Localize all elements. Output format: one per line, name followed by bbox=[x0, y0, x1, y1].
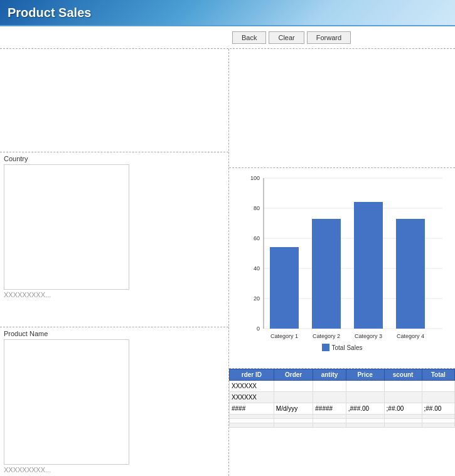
table-row: XXXXXX bbox=[230, 392, 455, 403]
svg-text:Category 2: Category 2 bbox=[313, 333, 340, 339]
table-cell bbox=[346, 423, 384, 428]
bar-chart: 0 20 40 60 80 100 Category 1 bbox=[238, 172, 446, 341]
table-cell: M/d/yyy bbox=[274, 403, 313, 415]
table-cell: ##### bbox=[313, 403, 346, 415]
svg-text:80: 80 bbox=[254, 205, 260, 211]
col-order-id: rder ID bbox=[230, 369, 274, 381]
country-listbox[interactable] bbox=[4, 164, 129, 290]
table-cell bbox=[313, 381, 346, 392]
table-row bbox=[230, 415, 455, 419]
table-cell: ,###.00 bbox=[346, 403, 384, 415]
svg-text:Category 1: Category 1 bbox=[270, 333, 298, 339]
chart-area: 0 20 40 60 80 100 Category 1 bbox=[229, 168, 455, 369]
table-cell bbox=[274, 381, 313, 392]
chart-wrapper: 0 20 40 60 80 100 Category 1 bbox=[232, 172, 452, 351]
nav-bar: Back Clear Forward bbox=[0, 26, 455, 49]
svg-text:40: 40 bbox=[254, 265, 260, 272]
product-listbox[interactable] bbox=[4, 339, 129, 465]
table-cell bbox=[230, 423, 274, 428]
right-top-area bbox=[229, 49, 455, 168]
legend-label: Total Sales bbox=[332, 344, 363, 351]
left-top-area bbox=[0, 49, 228, 152]
table-row: XXXXXX bbox=[230, 381, 455, 392]
sales-table: rder ID Order antity Price scount Total … bbox=[229, 369, 455, 428]
page-title: Product Sales bbox=[8, 6, 91, 20]
table-container[interactable]: rder ID Order antity Price scount Total … bbox=[229, 369, 455, 476]
country-placeholder: XXXXXXXXX... bbox=[4, 291, 225, 299]
table-row bbox=[230, 419, 455, 423]
table-cell bbox=[422, 419, 454, 423]
table-cell bbox=[346, 381, 384, 392]
svg-text:Category 3: Category 3 bbox=[355, 333, 382, 339]
main-layout: Country XXXXXXXXX... Product Name XXXXXX… bbox=[0, 49, 455, 476]
table-cell bbox=[422, 381, 454, 392]
col-price: Price bbox=[346, 369, 384, 381]
country-label: Country bbox=[4, 155, 225, 162]
table-cell bbox=[384, 381, 422, 392]
bar-3 bbox=[354, 202, 383, 329]
product-section: Product Name XXXXXXXXX... bbox=[0, 327, 228, 476]
table-cell bbox=[384, 392, 422, 403]
svg-text:Category 4: Category 4 bbox=[397, 333, 424, 339]
bar-2 bbox=[312, 219, 341, 329]
right-panel: 0 20 40 60 80 100 Category 1 bbox=[229, 49, 455, 476]
table-section: rder ID Order antity Price scount Total … bbox=[229, 369, 455, 476]
table-cell bbox=[422, 415, 454, 419]
svg-text:0: 0 bbox=[257, 325, 260, 332]
table-cell bbox=[346, 415, 384, 419]
legend-color-box bbox=[322, 344, 329, 351]
svg-text:60: 60 bbox=[254, 235, 260, 241]
chart-legend: Total Sales bbox=[322, 344, 363, 351]
col-order-date: Order bbox=[274, 369, 313, 381]
table-cell bbox=[313, 419, 346, 423]
table-cell: ;##.00 bbox=[384, 403, 422, 415]
table-cell bbox=[230, 415, 274, 419]
table-cell bbox=[274, 415, 313, 419]
table-cell bbox=[384, 419, 422, 423]
forward-button[interactable]: Forward bbox=[307, 31, 351, 44]
table-cell bbox=[313, 423, 346, 428]
back-button[interactable]: Back bbox=[232, 31, 266, 44]
table-cell bbox=[384, 415, 422, 419]
product-placeholder: XXXXXXXXX... bbox=[4, 466, 225, 473]
table-cell: ;##.00 bbox=[422, 403, 454, 415]
table-cell bbox=[274, 419, 313, 423]
left-panel: Country XXXXXXXXX... Product Name XXXXXX… bbox=[0, 49, 229, 476]
col-quantity: antity bbox=[313, 369, 346, 381]
clear-button[interactable]: Clear bbox=[269, 31, 304, 44]
bar-1 bbox=[270, 247, 299, 329]
table-cell bbox=[313, 415, 346, 419]
table-header-row: rder ID Order antity Price scount Total bbox=[230, 369, 455, 381]
table-cell bbox=[346, 392, 384, 403]
product-label: Product Name bbox=[4, 330, 225, 337]
table-cell bbox=[384, 423, 422, 428]
table-cell bbox=[313, 392, 346, 403]
svg-text:20: 20 bbox=[254, 295, 260, 302]
col-total: Total bbox=[422, 369, 454, 381]
svg-text:100: 100 bbox=[250, 175, 260, 181]
table-cell bbox=[346, 419, 384, 423]
bar-4 bbox=[396, 219, 425, 329]
table-row bbox=[230, 423, 455, 428]
page-header: Product Sales bbox=[0, 0, 455, 26]
table-cell bbox=[422, 392, 454, 403]
table-cell bbox=[274, 392, 313, 403]
table-cell: XXXXXX bbox=[230, 381, 274, 392]
table-cell bbox=[274, 423, 313, 428]
table-cell: XXXXXX bbox=[230, 392, 274, 403]
country-section: Country XXXXXXXXX... bbox=[0, 152, 228, 327]
table-row: ####M/d/yyy#####,###.00;##.00;##.00 bbox=[230, 403, 455, 415]
col-discount: scount bbox=[384, 369, 422, 381]
table-cell: #### bbox=[230, 403, 274, 415]
table-cell bbox=[230, 419, 274, 423]
table-cell bbox=[422, 423, 454, 428]
